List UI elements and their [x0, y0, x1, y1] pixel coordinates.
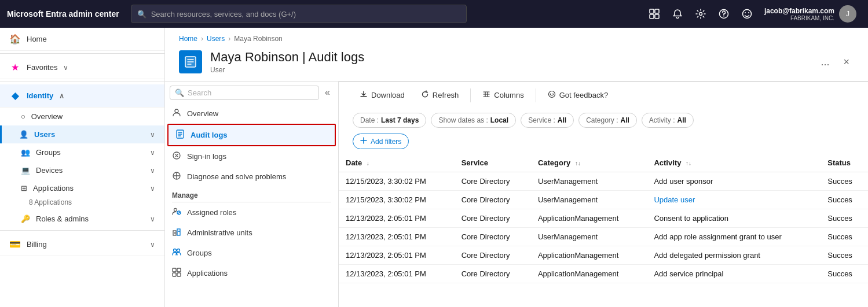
signin-icon	[172, 151, 182, 162]
admin-units-icon	[172, 227, 182, 238]
sidebar-item-identity[interactable]: ◆ Identity ∧	[0, 84, 164, 108]
svg-point-28	[552, 93, 553, 94]
refresh-icon	[421, 90, 429, 100]
roles-icon: 🔑	[21, 214, 30, 223]
service-filter-chip[interactable]: Service : All	[521, 113, 574, 128]
table-row[interactable]: 12/15/2023, 3:30:02 PMCore DirectoryUser…	[339, 172, 868, 191]
activity-filter-value: All	[677, 116, 686, 124]
table-row[interactable]: 12/13/2023, 2:05:01 PMCore DirectoryAppl…	[339, 246, 868, 265]
nav-item-audit-logs[interactable]: Audit logs	[167, 124, 336, 146]
nav-item-groups-manage[interactable]: Groups	[165, 243, 338, 263]
cell-service: Core Directory	[455, 265, 531, 283]
user-profile[interactable]: jacob@fabrikam.com FABRIKAM, INC. J	[760, 3, 861, 25]
sidebar-label-favorites: Favorites	[27, 63, 57, 72]
nav-item-admin-units[interactable]: Administrative units	[165, 223, 338, 243]
sidebar-label-applications: Applications	[33, 184, 74, 193]
cell-date: 12/15/2023, 3:30:02 PM	[339, 191, 455, 209]
col-activity[interactable]: Activity ↑↓	[647, 154, 821, 172]
sidebar-item-roles[interactable]: 🔑 Roles & admins ∨	[0, 210, 164, 228]
brand-logo: Microsoft Entra admin center	[7, 9, 119, 19]
sidebar-label-home: Home	[27, 35, 47, 43]
cell-category: ApplicationManagement	[531, 265, 647, 283]
feedback-button[interactable]: Got feedback?	[541, 87, 616, 103]
sidebar-item-users[interactable]: 👤 Users ∨	[0, 125, 164, 143]
table-row[interactable]: 12/15/2023, 3:30:02 PMCore DirectoryUser…	[339, 191, 868, 209]
manage-section-label: Manage	[165, 187, 338, 202]
svg-point-4	[699, 13, 702, 16]
sidebar-item-applications[interactable]: ⊞ Applications ∨	[0, 179, 164, 197]
settings-icon-btn[interactable]	[690, 3, 711, 24]
more-button[interactable]: ...	[816, 54, 834, 71]
breadcrumb-home[interactable]: Home	[179, 35, 197, 43]
collapse-nav-button[interactable]: «	[321, 85, 334, 100]
sidebar-item-favorites[interactable]: ★ Favorites ∨	[0, 56, 164, 79]
billing-icon: 💳	[9, 239, 21, 250]
sidebar-item-groups[interactable]: 👥 Groups ∨	[0, 143, 164, 161]
sidebar-item-home[interactable]: 🏠 Home	[0, 28, 164, 51]
search-bar[interactable]: 🔍	[131, 5, 467, 23]
col-category-label: Category	[538, 158, 570, 167]
nav-item-apps-manage[interactable]: Applications	[165, 263, 338, 283]
sidebar-item-devices[interactable]: 💻 Devices ∨	[0, 161, 164, 179]
cell-status: Succes	[821, 209, 868, 228]
add-filter-icon	[360, 137, 367, 146]
nav-item-overview[interactable]: Overview	[165, 103, 338, 124]
table-row[interactable]: 12/13/2023, 2:05:01 PMCore DirectoryAppl…	[339, 265, 868, 283]
left-nav-search-input[interactable]	[188, 88, 314, 97]
svg-rect-2	[650, 14, 654, 19]
nav-item-diagnose[interactable]: Diagnose and solve problems	[165, 167, 338, 187]
activity-filter-chip[interactable]: Activity : All	[642, 113, 694, 128]
date-filter-chip[interactable]: Date : Last 7 days	[353, 113, 426, 128]
add-filters-row: Add filters	[339, 132, 868, 154]
svg-rect-23	[177, 268, 181, 272]
cell-category: ApplicationManagement	[531, 209, 647, 228]
refresh-button[interactable]: Refresh	[414, 87, 466, 103]
nav-item-signin-logs[interactable]: Sign-in logs	[165, 146, 338, 167]
page-title-area: Maya Robinson | Audit logs User	[210, 50, 808, 74]
notification-icon-btn[interactable]	[667, 3, 688, 24]
svg-rect-24	[173, 273, 176, 276]
service-filter-label: Service :	[528, 116, 555, 124]
groups-chevron-down-icon: ∨	[150, 149, 155, 157]
left-nav-search-box[interactable]: 🔍	[170, 86, 319, 100]
apps-icon: ⊞	[21, 184, 27, 193]
sidebar-label-identity: Identity	[27, 91, 53, 100]
show-dates-value: Local	[490, 116, 508, 124]
show-dates-filter-chip[interactable]: Show dates as : Local	[431, 113, 516, 128]
feedback-icon-btn[interactable]	[737, 3, 757, 24]
cell-category: ApplicationManagement	[531, 246, 647, 265]
add-filters-button[interactable]: Add filters	[353, 134, 409, 149]
col-service[interactable]: Service	[455, 154, 531, 172]
close-button[interactable]: ×	[838, 54, 854, 71]
sidebar-item-billing[interactable]: 💳 Billing ∨	[0, 233, 164, 256]
col-category[interactable]: Category ↑↓	[531, 154, 647, 172]
date-filter-label: Date :	[360, 116, 379, 124]
activity-filter-label: Activity :	[649, 116, 675, 124]
cell-date: 12/13/2023, 2:05:01 PM	[339, 246, 455, 265]
search-input[interactable]	[151, 10, 460, 19]
cell-activity[interactable]: Update user	[647, 191, 821, 209]
columns-button[interactable]: Columns	[475, 87, 530, 103]
download-button[interactable]: Download	[353, 87, 412, 103]
category-filter-chip[interactable]: Category : All	[578, 113, 637, 128]
help-icon-btn[interactable]	[713, 3, 734, 24]
svg-point-21	[177, 249, 180, 252]
nav-item-assigned-roles[interactable]: Assigned roles	[165, 202, 338, 223]
feedback-icon	[548, 90, 556, 100]
table-row[interactable]: 12/13/2023, 2:05:01 PMCore DirectoryAppl…	[339, 209, 868, 228]
col-status[interactable]: Status	[821, 154, 868, 172]
col-activity-label: Activity	[654, 158, 681, 167]
cell-service: Core Directory	[455, 191, 531, 209]
col-date[interactable]: Date ↓	[339, 154, 455, 172]
user-email: jacob@fabrikam.com	[764, 7, 834, 15]
svg-point-6	[723, 16, 724, 17]
svg-point-10	[175, 109, 178, 113]
breadcrumb-users[interactable]: Users	[207, 35, 225, 43]
col-activity-sort-icon: ↑↓	[686, 160, 691, 167]
portal-icon-btn[interactable]	[644, 3, 665, 24]
sidebar-item-overview[interactable]: ○ Overview	[0, 108, 164, 125]
star-icon: ★	[9, 62, 21, 73]
cell-status: Succes	[821, 265, 868, 283]
table-row[interactable]: 12/13/2023, 2:05:01 PMCore DirectoryUser…	[339, 228, 868, 246]
roles-chevron-down-icon: ∨	[150, 215, 155, 223]
